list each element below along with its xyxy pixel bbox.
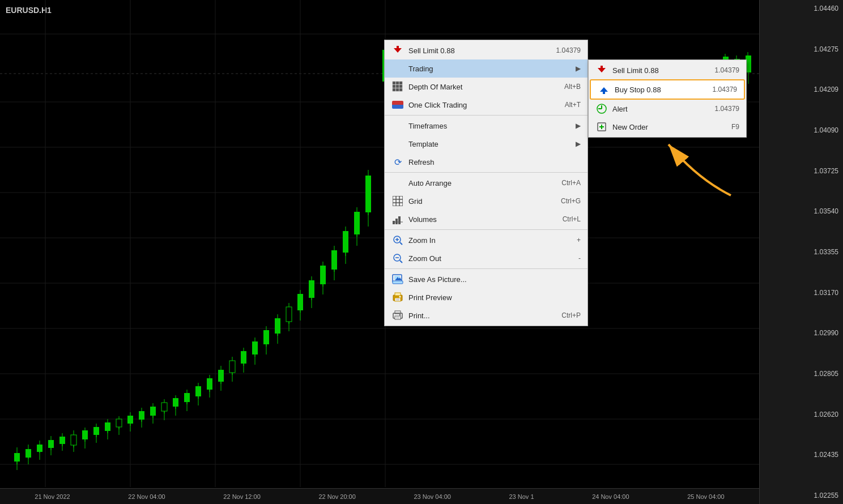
menu-item-template[interactable]: Template ▶ bbox=[385, 135, 587, 153]
sub-new-order-label: New Order bbox=[612, 123, 726, 131]
price-13: 1.02255 bbox=[762, 492, 841, 499]
menu-item-zoom-out[interactable]: Zoom Out - bbox=[385, 249, 587, 267]
zoom-in-label: Zoom In bbox=[408, 236, 571, 245]
price-3: 1.04209 bbox=[762, 86, 841, 93]
svg-rect-68 bbox=[207, 378, 212, 390]
svg-rect-23 bbox=[37, 445, 42, 452]
date-label-3: 22 Nov 12:00 bbox=[223, 493, 260, 500]
svg-rect-44 bbox=[116, 419, 122, 427]
menu-item-refresh[interactable]: ⟳ Refresh bbox=[385, 153, 587, 171]
separator-1 bbox=[385, 115, 587, 116]
volumes-icon bbox=[391, 213, 404, 225]
menu-item-print[interactable]: Print... Ctrl+P bbox=[385, 306, 587, 324]
price-6: 1.03540 bbox=[762, 207, 841, 215]
submenu-new-order[interactable]: New Order F9 bbox=[589, 118, 746, 136]
print-preview-label: Print Preview bbox=[408, 293, 581, 302]
sub-alert-label: Alert bbox=[612, 105, 709, 113]
oct-icon bbox=[391, 99, 404, 111]
svg-rect-38 bbox=[93, 427, 99, 435]
svg-rect-80 bbox=[252, 341, 258, 354]
grid-icon bbox=[391, 195, 404, 207]
menu-item-auto-arrange[interactable]: Auto Arrange Ctrl+A bbox=[385, 174, 587, 192]
dom-shortcut: Alt+B bbox=[564, 83, 581, 91]
submenu-buy-stop[interactable]: Buy Stop 0.88 1.04379 bbox=[590, 79, 745, 100]
menu-item-sell-limit-top[interactable]: Sell Limit 0.88 1.04379 bbox=[385, 41, 587, 59]
submenu-alert[interactable]: Alert 1.04379 bbox=[589, 100, 746, 118]
template-icon bbox=[391, 138, 404, 150]
save-as-picture-label: Save As Picture... bbox=[408, 275, 581, 284]
date-label-2: 22 Nov 04:00 bbox=[128, 493, 165, 500]
price-2: 1.04275 bbox=[762, 45, 841, 53]
timeframes-icon bbox=[391, 119, 404, 132]
svg-rect-136 bbox=[396, 82, 399, 84]
submenu-sell-limit[interactable]: Sell Limit 0.88 1.04379 bbox=[589, 61, 746, 79]
svg-rect-134 bbox=[397, 46, 399, 49]
svg-rect-135 bbox=[393, 82, 395, 84]
svg-rect-148 bbox=[393, 196, 403, 206]
svg-rect-141 bbox=[393, 88, 395, 91]
menu-item-timeframes[interactable]: Timeframes ▶ bbox=[385, 117, 587, 135]
menu-item-print-preview[interactable]: Print Preview bbox=[385, 288, 587, 306]
price-axis: 1.04460 1.04275 1.04209 1.04090 1.03725 … bbox=[759, 0, 843, 504]
sell-limit-label: Sell Limit 0.88 bbox=[408, 46, 551, 55]
sub-alert-value: 1.04379 bbox=[715, 105, 739, 113]
price-4: 1.04090 bbox=[762, 126, 841, 134]
menu-item-trading[interactable]: Trading ▶ bbox=[385, 59, 587, 78]
trading-icon bbox=[391, 62, 404, 75]
svg-rect-35 bbox=[82, 430, 88, 439]
svg-rect-17 bbox=[14, 453, 20, 462]
auto-arrange-shortcut: Ctrl+A bbox=[561, 179, 581, 187]
print-label: Print... bbox=[408, 311, 556, 320]
trading-submenu: Sell Limit 0.88 1.04379 Buy Stop 0.88 1.… bbox=[588, 59, 747, 138]
menu-item-depth-of-market[interactable]: Depth Of Market Alt+B bbox=[385, 78, 587, 96]
svg-rect-107 bbox=[354, 212, 360, 234]
sub-sell-limit-icon bbox=[595, 64, 608, 76]
svg-rect-32 bbox=[71, 435, 76, 445]
svg-rect-151 bbox=[398, 216, 401, 224]
refresh-icon: ⟳ bbox=[391, 156, 404, 168]
svg-rect-101 bbox=[331, 250, 337, 270]
timeframes-label: Timeframes bbox=[408, 122, 573, 130]
svg-rect-89 bbox=[286, 307, 292, 322]
svg-rect-172 bbox=[395, 316, 401, 319]
zoom-in-shortcut: + bbox=[577, 236, 581, 244]
zoom-out-shortcut: - bbox=[578, 254, 581, 262]
svg-line-156 bbox=[400, 242, 402, 245]
svg-rect-165 bbox=[395, 293, 401, 296]
timeframes-arrow: ▶ bbox=[576, 122, 581, 130]
date-label-7: 24 Nov 04:00 bbox=[592, 493, 629, 500]
menu-item-zoom-in[interactable]: Zoom In + bbox=[385, 231, 587, 249]
svg-rect-26 bbox=[48, 440, 54, 448]
svg-rect-20 bbox=[25, 449, 31, 458]
zoom-in-icon bbox=[391, 234, 404, 246]
svg-rect-110 bbox=[365, 176, 371, 212]
volumes-label: Volumes bbox=[408, 215, 557, 224]
sub-new-order-shortcut: F9 bbox=[731, 123, 739, 131]
svg-rect-56 bbox=[161, 403, 167, 411]
svg-rect-142 bbox=[396, 88, 399, 91]
sub-sell-limit-label: Sell Limit 0.88 bbox=[612, 66, 709, 75]
svg-rect-71 bbox=[218, 370, 224, 382]
price-5: 1.03725 bbox=[762, 167, 841, 175]
save-as-picture-icon bbox=[391, 273, 404, 285]
svg-rect-104 bbox=[343, 231, 348, 253]
svg-point-169 bbox=[399, 296, 401, 298]
volumes-shortcut: Ctrl+L bbox=[563, 215, 581, 223]
sub-new-order-icon bbox=[595, 121, 608, 133]
date-axis: 21 Nov 2022 22 Nov 04:00 22 Nov 12:00 22… bbox=[0, 488, 759, 504]
svg-rect-29 bbox=[59, 437, 65, 444]
svg-rect-139 bbox=[396, 85, 399, 88]
context-menu: Sell Limit 0.88 1.04379 Trading ▶ Depth … bbox=[384, 40, 588, 326]
svg-point-175 bbox=[399, 314, 401, 315]
svg-rect-177 bbox=[601, 66, 603, 69]
menu-item-volumes[interactable]: Volumes Ctrl+L bbox=[385, 210, 587, 228]
template-arrow: ▶ bbox=[576, 140, 581, 148]
menu-item-save-as-picture[interactable]: Save As Picture... bbox=[385, 270, 587, 288]
menu-item-grid[interactable]: Grid Ctrl+G bbox=[385, 192, 587, 210]
price-12: 1.02435 bbox=[762, 451, 841, 459]
svg-rect-47 bbox=[127, 416, 133, 424]
menu-item-one-click-trading[interactable]: One Click Trading Alt+T bbox=[385, 96, 587, 114]
sub-buy-stop-label: Buy Stop 0.88 bbox=[615, 86, 707, 94]
svg-rect-162 bbox=[393, 281, 403, 284]
oct-label: One Click Trading bbox=[408, 101, 559, 109]
